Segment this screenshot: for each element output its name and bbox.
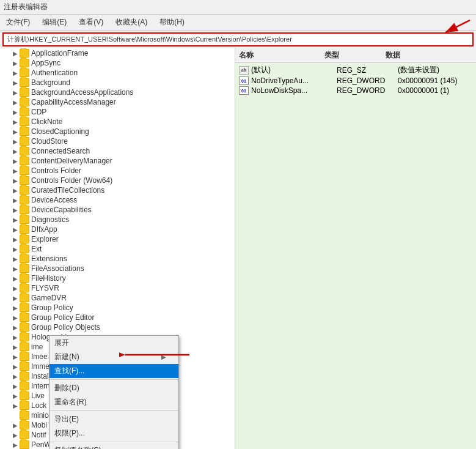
tree-item-ext[interactable]: ▶ Ext xyxy=(0,244,235,254)
tree-item-gamedvr[interactable]: ▶ GameDVR xyxy=(0,293,235,303)
red-arrow-right-svg xyxy=(119,349,192,373)
expand-icon: ▶ xyxy=(11,89,20,96)
folder-icon xyxy=(20,440,29,449)
tree-item-diagnostics[interactable]: ▶ Diagnostics xyxy=(0,215,235,224)
reg-type-nolowdiskspa: REG_DWORD xyxy=(337,86,398,95)
expand-icon: ▶ xyxy=(11,363,20,370)
tree-label: CapabilityAccessManager xyxy=(31,98,235,106)
folder-icon xyxy=(20,196,29,204)
context-new-label: 新建(N) xyxy=(54,352,79,362)
context-menu-copy-name[interactable]: 复制项名称(C) xyxy=(49,443,178,449)
tree-item-appsync[interactable]: ▶ AppSync xyxy=(0,58,235,68)
tree-item-fileassociations[interactable]: ▶ FileAssociations xyxy=(0,264,235,273)
tree-label: Group Policy xyxy=(31,303,235,312)
tree-label: ContentDeliveryManager xyxy=(31,157,235,165)
folder-icon xyxy=(20,166,29,175)
tree-item-contentdeliverymanager[interactable]: ▶ ContentDeliveryManager xyxy=(0,156,235,166)
tree-label: FileAssociations xyxy=(31,264,235,273)
tree-item-controlsfolder[interactable]: ▶ Controls Folder xyxy=(0,166,235,176)
tree-item-authentication[interactable]: ▶ Authentication xyxy=(0,68,235,78)
tree-item-explorer[interactable]: ▶ Explorer xyxy=(0,234,235,244)
tree-item-curatedtilecollections[interactable]: ▶ CuratedTileCollections xyxy=(0,185,235,195)
red-arrow-svg xyxy=(436,17,473,35)
reg-row-nolowdiskspa[interactable]: 01 NoLowDiskSpa... REG_DWORD 0x00000001 … xyxy=(235,86,476,95)
expand-icon: ▶ xyxy=(11,373,20,380)
svg-line-1 xyxy=(445,20,470,32)
folder-icon xyxy=(20,372,29,380)
tree-label: ClickNote xyxy=(31,117,235,126)
tree-label: Group Policy Editor xyxy=(31,313,235,322)
tree-item-deviceaccess[interactable]: ▶ DeviceAccess xyxy=(0,195,235,205)
folder-icon xyxy=(20,411,29,420)
tree-item-backgroundaccessapplications[interactable]: ▶ BackgroundAccessApplications xyxy=(0,87,235,97)
tree-item-clicknote[interactable]: ▶ ClickNote xyxy=(0,117,235,127)
tree-label: Controls Folder (Wow64) xyxy=(31,176,235,185)
expand-icon: ▶ xyxy=(11,393,20,399)
reg-icon-string: ab xyxy=(239,66,249,75)
folder-icon xyxy=(20,323,29,332)
tree-label: CDP xyxy=(31,108,235,116)
tree-label: ClosedCaptioning xyxy=(31,127,235,136)
tree-item-grouppolicyobjects[interactable]: ▶ Group Policy Objects xyxy=(0,322,235,332)
menu-favorites[interactable]: 收藏夹(A) xyxy=(109,16,153,29)
tree-item-controlsfolderwow64[interactable]: ▶ Controls Folder (Wow64) xyxy=(0,176,235,185)
expand-icon: ▶ xyxy=(11,265,20,272)
tree-item-grouppolicyeditor[interactable]: ▶ Group Policy Editor xyxy=(0,313,235,322)
menu-help[interactable]: 帮助(H) xyxy=(153,16,191,29)
tree-item-closedcaptioning[interactable]: ▶ ClosedCaptioning xyxy=(0,127,235,136)
folder-icon xyxy=(20,245,29,253)
reg-row-default[interactable]: ab (默认) REG_SZ (数值未设置) xyxy=(235,64,476,76)
expand-icon: ▶ xyxy=(11,344,20,351)
tree-item-capabilityaccessmanager[interactable]: ▶ CapabilityAccessManager xyxy=(0,97,235,107)
menu-file[interactable]: 文件(F) xyxy=(0,16,36,29)
tree-item-difxapp[interactable]: ▶ DIfxApp xyxy=(0,224,235,234)
tree-label: Group Policy Objects xyxy=(31,323,235,332)
expand-icon: ▶ xyxy=(11,226,20,233)
window-title: 注册表编辑器 xyxy=(4,2,48,11)
expand-icon: ▶ xyxy=(11,158,20,165)
reg-row-nodrivetypeau[interactable]: 01 NoDriveTypeAu... REG_DWORD 0x00000091… xyxy=(235,76,476,86)
tree-item-cloudstore[interactable]: ▶ CloudStore xyxy=(0,136,235,146)
header-data: 数据 xyxy=(386,50,472,61)
arrow-top xyxy=(436,17,473,37)
tree-item-applicationframe[interactable]: ▶ ApplicationFrame xyxy=(0,48,235,58)
folder-icon xyxy=(20,225,29,234)
tree-item-cdp[interactable]: ▶ CDP xyxy=(0,107,235,117)
tree-item-grouppolicy[interactable]: ▶ Group Policy xyxy=(0,303,235,313)
context-menu-export[interactable]: 导出(E) xyxy=(49,412,178,426)
reg-data-nodrivetypeau: 0x00000091 (145) xyxy=(398,76,472,85)
folder-icon xyxy=(20,274,29,283)
reg-data-nolowdiskspa: 0x00000001 (1) xyxy=(398,86,472,95)
context-rename-label: 重命名(R) xyxy=(54,397,87,407)
reg-name-nolowdiskspa: NoLowDiskSpa... xyxy=(251,86,337,95)
tree-item-devicecapabilities[interactable]: ▶ DeviceCapabilities xyxy=(0,205,235,215)
context-export-label: 导出(E) xyxy=(54,414,79,425)
menu-edit[interactable]: 编辑(E) xyxy=(36,16,73,29)
tree-item-extensions[interactable]: ▶ Extensions xyxy=(0,254,235,264)
context-menu-rename[interactable]: 重命名(R) xyxy=(49,395,178,409)
expand-icon: ▶ xyxy=(11,383,20,390)
expand-icon: ▶ xyxy=(11,148,20,155)
context-separator-1 xyxy=(49,379,178,380)
folder-icon xyxy=(20,98,29,106)
context-expand-label: 展开 xyxy=(54,338,69,348)
tree-item-flysvr[interactable]: ▶ FLYSVR xyxy=(0,283,235,293)
context-menu-delete[interactable]: 删除(D) xyxy=(49,381,178,395)
tree-item-background[interactable]: ▶ Background xyxy=(0,78,235,87)
tree-label: DeviceCapabilities xyxy=(31,206,235,214)
tree-label: FLYSVR xyxy=(31,284,235,292)
menu-view[interactable]: 查看(V) xyxy=(73,16,109,29)
folder-icon xyxy=(20,313,29,322)
context-menu-permissions[interactable]: 权限(P)... xyxy=(49,426,178,440)
expand-icon: ▶ xyxy=(11,177,20,184)
expand-icon: ▶ xyxy=(11,119,20,125)
context-menu-expand[interactable]: 展开 xyxy=(49,336,178,350)
header-type: 类型 xyxy=(324,50,386,61)
tree-item-filehistory[interactable]: ▶ FileHistory xyxy=(0,273,235,283)
context-separator-2 xyxy=(49,410,178,411)
folder-icon xyxy=(20,421,29,429)
address-text: 计算机\HKEY_CURRENT_USER\Software\Microsoft… xyxy=(7,35,292,44)
expand-icon: ▶ xyxy=(11,403,20,409)
address-bar[interactable]: 计算机\HKEY_CURRENT_USER\Software\Microsoft… xyxy=(2,32,474,46)
tree-item-connectedsearch[interactable]: ▶ ConnectedSearch xyxy=(0,146,235,156)
